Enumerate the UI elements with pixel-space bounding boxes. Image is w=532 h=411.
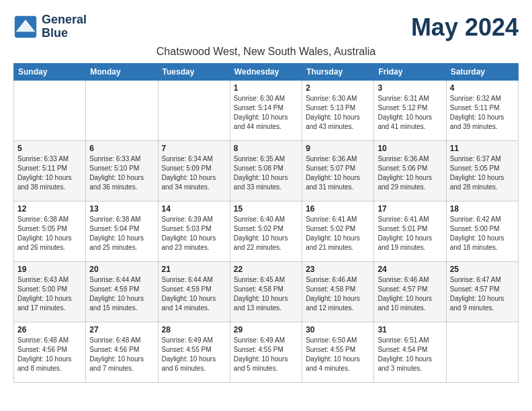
day-info: Sunrise: 6:46 AMSunset: 4:58 PMDaylight:… xyxy=(306,275,370,313)
calendar-header-row: SundayMondayTuesdayWednesdayThursdayFrid… xyxy=(14,64,519,81)
calendar-header-thursday: Thursday xyxy=(302,64,374,81)
day-info: Sunrise: 6:49 AMSunset: 4:55 PMDaylight:… xyxy=(234,336,298,373)
day-number: 6 xyxy=(89,144,154,153)
day-info: Sunrise: 6:42 AMSunset: 5:00 PMDaylight:… xyxy=(450,215,515,253)
calendar-cell: 9Sunrise: 6:36 AMSunset: 5:07 PMDaylight… xyxy=(302,141,374,201)
calendar-header-wednesday: Wednesday xyxy=(230,64,302,81)
day-info: Sunrise: 6:36 AMSunset: 5:07 PMDaylight:… xyxy=(306,154,370,192)
day-number: 10 xyxy=(378,144,442,153)
calendar-cell xyxy=(158,81,230,141)
day-info: Sunrise: 6:31 AMSunset: 5:12 PMDaylight:… xyxy=(378,94,442,132)
calendar-cell: 26Sunrise: 6:48 AMSunset: 4:56 PMDayligh… xyxy=(14,322,86,383)
day-info: Sunrise: 6:41 AMSunset: 5:01 PMDaylight:… xyxy=(378,215,442,253)
calendar-week-row: 1Sunrise: 6:30 AMSunset: 5:14 PMDaylight… xyxy=(14,81,519,141)
calendar-cell: 16Sunrise: 6:41 AMSunset: 5:02 PMDayligh… xyxy=(302,201,374,262)
day-info: Sunrise: 6:48 AMSunset: 4:56 PMDaylight:… xyxy=(17,336,82,373)
day-info: Sunrise: 6:44 AMSunset: 4:59 PMDaylight:… xyxy=(89,275,154,313)
calendar-header-saturday: Saturday xyxy=(446,64,518,81)
calendar-cell: 20Sunrise: 6:44 AMSunset: 4:59 PMDayligh… xyxy=(86,262,158,322)
calendar-cell: 22Sunrise: 6:45 AMSunset: 4:58 PMDayligh… xyxy=(230,262,302,322)
day-number: 21 xyxy=(162,265,226,274)
day-number: 25 xyxy=(450,265,515,274)
day-info: Sunrise: 6:40 AMSunset: 5:02 PMDaylight:… xyxy=(234,215,298,253)
calendar-cell: 10Sunrise: 6:36 AMSunset: 5:06 PMDayligh… xyxy=(374,141,446,201)
day-info: Sunrise: 6:38 AMSunset: 5:04 PMDaylight:… xyxy=(89,215,154,253)
day-number: 11 xyxy=(450,144,515,153)
day-number: 23 xyxy=(306,265,370,274)
day-number: 28 xyxy=(162,325,226,334)
calendar-cell: 17Sunrise: 6:41 AMSunset: 5:01 PMDayligh… xyxy=(374,201,446,262)
day-info: Sunrise: 6:48 AMSunset: 4:56 PMDaylight:… xyxy=(89,336,154,373)
calendar-cell: 29Sunrise: 6:49 AMSunset: 4:55 PMDayligh… xyxy=(230,322,302,383)
day-number: 14 xyxy=(162,204,226,214)
day-number: 9 xyxy=(306,144,370,153)
day-info: Sunrise: 6:32 AMSunset: 5:11 PMDaylight:… xyxy=(450,94,515,132)
calendar-cell: 30Sunrise: 6:50 AMSunset: 4:55 PMDayligh… xyxy=(302,322,374,383)
day-number: 30 xyxy=(306,325,370,334)
day-number: 4 xyxy=(450,83,515,93)
day-info: Sunrise: 6:30 AMSunset: 5:14 PMDaylight:… xyxy=(234,94,298,132)
calendar-cell: 31Sunrise: 6:51 AMSunset: 4:54 PMDayligh… xyxy=(374,322,446,383)
logo-text: General Blue xyxy=(42,13,87,40)
calendar-table: SundayMondayTuesdayWednesdayThursdayFrid… xyxy=(13,63,519,383)
logo: General Blue xyxy=(13,13,87,40)
day-number: 27 xyxy=(89,325,154,334)
month-title: May 2024 xyxy=(411,13,519,42)
calendar-cell: 4Sunrise: 6:32 AMSunset: 5:11 PMDaylight… xyxy=(446,81,518,141)
calendar-week-row: 12Sunrise: 6:38 AMSunset: 5:05 PMDayligh… xyxy=(14,201,519,262)
day-info: Sunrise: 6:39 AMSunset: 5:03 PMDaylight:… xyxy=(162,215,226,253)
day-info: Sunrise: 6:47 AMSunset: 4:57 PMDaylight:… xyxy=(450,275,515,313)
day-info: Sunrise: 6:44 AMSunset: 4:59 PMDaylight:… xyxy=(162,275,226,313)
calendar-cell: 1Sunrise: 6:30 AMSunset: 5:14 PMDaylight… xyxy=(230,81,302,141)
day-number: 29 xyxy=(234,325,298,334)
day-number: 12 xyxy=(17,204,82,214)
day-number: 3 xyxy=(378,83,442,93)
calendar-cell: 13Sunrise: 6:38 AMSunset: 5:04 PMDayligh… xyxy=(86,201,158,262)
day-number: 24 xyxy=(378,265,442,274)
calendar-cell: 19Sunrise: 6:43 AMSunset: 5:00 PMDayligh… xyxy=(14,262,86,322)
calendar-cell: 21Sunrise: 6:44 AMSunset: 4:59 PMDayligh… xyxy=(158,262,230,322)
day-info: Sunrise: 6:41 AMSunset: 5:02 PMDaylight:… xyxy=(306,215,370,253)
calendar-cell: 7Sunrise: 6:34 AMSunset: 5:09 PMDaylight… xyxy=(158,141,230,201)
calendar-cell xyxy=(14,81,86,141)
day-number: 20 xyxy=(89,265,154,274)
day-number: 18 xyxy=(450,204,515,214)
day-number: 26 xyxy=(17,325,82,334)
calendar-cell: 28Sunrise: 6:49 AMSunset: 4:55 PMDayligh… xyxy=(158,322,230,383)
day-number: 19 xyxy=(17,265,82,274)
day-info: Sunrise: 6:51 AMSunset: 4:54 PMDaylight:… xyxy=(378,336,442,373)
day-info: Sunrise: 6:46 AMSunset: 4:57 PMDaylight:… xyxy=(378,275,442,313)
day-number: 1 xyxy=(234,83,298,93)
calendar-cell: 23Sunrise: 6:46 AMSunset: 4:58 PMDayligh… xyxy=(302,262,374,322)
calendar-header-monday: Monday xyxy=(86,64,158,81)
day-number: 5 xyxy=(17,144,82,153)
day-info: Sunrise: 6:45 AMSunset: 4:58 PMDaylight:… xyxy=(234,275,298,313)
day-info: Sunrise: 6:36 AMSunset: 5:06 PMDaylight:… xyxy=(378,154,442,192)
calendar-header-sunday: Sunday xyxy=(14,64,86,81)
day-info: Sunrise: 6:33 AMSunset: 5:11 PMDaylight:… xyxy=(17,154,82,192)
day-number: 17 xyxy=(378,204,442,214)
day-info: Sunrise: 6:38 AMSunset: 5:05 PMDaylight:… xyxy=(17,215,82,253)
calendar-header-tuesday: Tuesday xyxy=(158,64,230,81)
day-number: 8 xyxy=(234,144,298,153)
location-title: Chatswood West, New South Wales, Austral… xyxy=(13,46,519,58)
day-info: Sunrise: 6:35 AMSunset: 5:08 PMDaylight:… xyxy=(234,154,298,192)
day-info: Sunrise: 6:34 AMSunset: 5:09 PMDaylight:… xyxy=(162,154,226,192)
calendar-header-friday: Friday xyxy=(374,64,446,81)
calendar-cell: 27Sunrise: 6:48 AMSunset: 4:56 PMDayligh… xyxy=(86,322,158,383)
day-number: 7 xyxy=(162,144,226,153)
day-number: 2 xyxy=(306,83,370,93)
page-header: General Blue May 2024 xyxy=(13,13,519,42)
calendar-cell: 8Sunrise: 6:35 AMSunset: 5:08 PMDaylight… xyxy=(230,141,302,201)
day-info: Sunrise: 6:43 AMSunset: 5:00 PMDaylight:… xyxy=(17,275,82,313)
calendar-cell: 15Sunrise: 6:40 AMSunset: 5:02 PMDayligh… xyxy=(230,201,302,262)
calendar-week-row: 5Sunrise: 6:33 AMSunset: 5:11 PMDaylight… xyxy=(14,141,519,201)
calendar-cell: 11Sunrise: 6:37 AMSunset: 5:05 PMDayligh… xyxy=(446,141,518,201)
day-number: 13 xyxy=(89,204,154,214)
calendar-cell: 12Sunrise: 6:38 AMSunset: 5:05 PMDayligh… xyxy=(14,201,86,262)
day-info: Sunrise: 6:33 AMSunset: 5:10 PMDaylight:… xyxy=(89,154,154,192)
calendar-cell: 2Sunrise: 6:30 AMSunset: 5:13 PMDaylight… xyxy=(302,81,374,141)
calendar-cell: 25Sunrise: 6:47 AMSunset: 4:57 PMDayligh… xyxy=(446,262,518,322)
logo-line2: Blue xyxy=(42,27,87,40)
calendar-cell xyxy=(446,322,518,383)
